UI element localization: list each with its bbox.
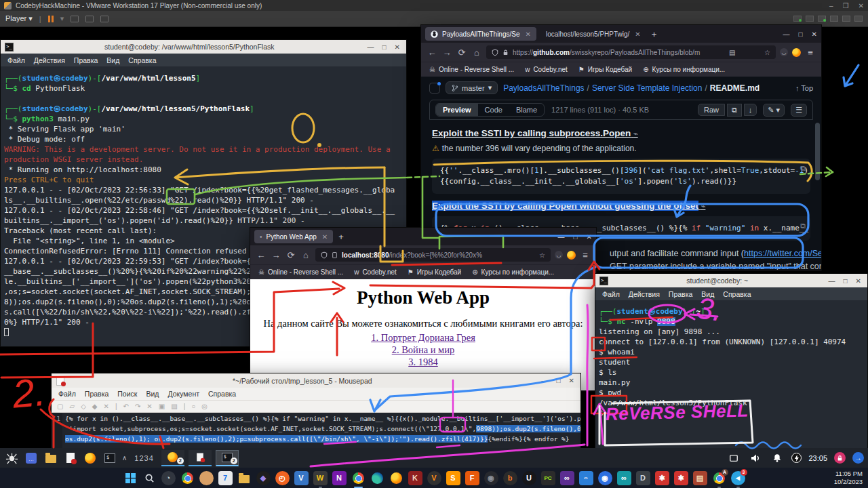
win-taskbar-chrome[interactable] <box>351 471 366 485</box>
terminal-window-netcat[interactable]: >_ student@codeby: ~ — □ ✕ ФайлДействияП… <box>595 273 868 449</box>
taskbar-window-firefox[interactable]: 2 <box>161 450 184 466</box>
win-taskbar-vmware[interactable]: W <box>313 471 328 485</box>
tab-close-icon[interactable]: ✕ <box>322 233 328 241</box>
copy-code-icon[interactable]: ⧉ <box>800 163 806 174</box>
win-taskbar-virtualbox[interactable]: V <box>294 471 309 485</box>
vmware-player-menu[interactable]: Player ▾ <box>5 14 33 23</box>
terminal2-titlebar[interactable]: >_ student@codeby: ~ — □ ✕ <box>595 274 867 287</box>
home-icon[interactable]: ⌂ <box>471 47 482 58</box>
win-taskbar-red-gear-1[interactable]: ✱ <box>655 471 669 485</box>
window-list-icon[interactable] <box>726 451 741 466</box>
find-replace-icon[interactable]: ◎ <box>201 403 208 410</box>
vmware-maximize-button[interactable]: ❒ <box>843 2 849 9</box>
menu-item-Правка[interactable]: Правка <box>85 390 108 398</box>
win-taskbar-red-app[interactable]: K <box>408 471 422 485</box>
copy-file-icon[interactable]: ⧉ <box>727 104 742 117</box>
tab-close-icon[interactable]: ✕ <box>526 30 531 38</box>
minimize-button[interactable]: — <box>542 377 549 384</box>
reload-icon[interactable]: ⟳ <box>456 47 467 58</box>
tab-close-icon[interactable]: ✕ <box>635 30 640 38</box>
terminal2-output[interactable]: ┌──(student㉿codeby)-[~]└─$ nc -nvlp 9898… <box>595 300 867 419</box>
file-manager-icon[interactable] <box>43 451 58 466</box>
taskbar-window-terminal[interactable]: $2 <box>216 450 239 466</box>
save-as-icon[interactable]: ◆ <box>92 403 98 410</box>
extension-fox-icon[interactable] <box>567 251 576 260</box>
win-taskbar-search[interactable] <box>142 471 157 485</box>
menu-item-Правка[interactable]: Правка <box>74 56 98 64</box>
menu-item-Вид[interactable]: Вид <box>106 56 119 64</box>
maximize-button[interactable]: □ <box>382 43 387 51</box>
win-taskbar-camera[interactable]: ◉ <box>484 471 498 485</box>
win-taskbar-color-wheel[interactable] <box>180 471 195 485</box>
fullscreen-icon[interactable] <box>85 16 94 22</box>
printer-device-icon[interactable] <box>854 16 863 22</box>
tab-localhost-phptwig[interactable]: localhost/lesson5/PHPTwig/✕ <box>540 27 646 41</box>
sound-device-icon[interactable] <box>842 16 850 22</box>
screen-lock-icon[interactable] <box>834 452 846 464</box>
workspace-switcher[interactable]: 1234 <box>134 454 153 462</box>
copy-code-icon[interactable]: ⧉ <box>800 221 806 232</box>
menu-item-Файл[interactable]: Файл <box>7 56 25 64</box>
open-icon[interactable]: ▱ <box>69 403 75 410</box>
close-button[interactable]: ✕ <box>569 377 574 384</box>
vmware-minimize-button[interactable]: – <box>829 2 833 9</box>
win-taskbar-calendar[interactable]: 7 <box>218 471 233 485</box>
vmware-close-button[interactable]: ✕ <box>859 2 864 9</box>
volume-icon[interactable] <box>748 451 763 466</box>
menu-item-Действия[interactable]: Действия <box>629 290 660 298</box>
code-block-1[interactable]: ⧉{{''.__class__.mro()[1].__subclasses__(… <box>432 159 810 194</box>
mousepad-text[interactable]: {% for x in ().__class__.__base__.__subc… <box>62 413 580 448</box>
outline-icon[interactable]: ☰ <box>791 104 807 117</box>
edit-pencil-icon[interactable]: ✎ ▾ <box>763 104 785 117</box>
menu-item-Файл[interactable]: Файл <box>58 390 76 398</box>
terminal-launcher-icon[interactable]: $ <box>102 451 117 466</box>
menu-item-Вид[interactable]: Вид <box>701 290 714 298</box>
vm-pause-dropdown[interactable]: ▾ <box>60 14 64 23</box>
win-taskbar-chrome-profile[interactable]: A <box>712 471 726 485</box>
url-bar[interactable]: https://github.com/swisskyrepo/PayloadsA… <box>486 45 776 59</box>
close-button[interactable]: ✕ <box>587 233 592 241</box>
win-taskbar-vscode[interactable]: ‹› <box>579 471 593 485</box>
view-tab-blame[interactable]: Blame <box>509 104 544 116</box>
back-icon[interactable]: ← <box>427 47 437 58</box>
cd-device-icon[interactable] <box>806 16 814 22</box>
whisker-menu-icon[interactable] <box>4 451 19 466</box>
book-link[interactable]: 2. Война и мир <box>250 344 596 356</box>
notifications-bell-icon[interactable] <box>770 451 785 466</box>
book-link[interactable]: 3. 1984 <box>250 356 596 368</box>
breadcrumb-folder-link[interactable]: Server Side Template Injection <box>592 83 703 93</box>
menu-item-Действия[interactable]: Действия <box>34 56 65 64</box>
anchor-link-icon[interactable]: ⌁ <box>633 129 638 138</box>
send-ctrl-alt-del-icon[interactable] <box>71 16 79 22</box>
menu-item-Правка[interactable]: Правка <box>669 290 692 298</box>
minimize-button[interactable]: — <box>558 233 565 241</box>
terminal1-titlebar[interactable]: >_ student@codeby: /var/www/html/lesson5… <box>1 40 406 54</box>
win-taskbar-blender[interactable]: b <box>503 471 517 485</box>
win-taskbar-f-app[interactable]: F <box>465 471 479 485</box>
minimize-button[interactable]: — <box>368 43 374 51</box>
menu-hamburger-icon[interactable]: ≡ <box>580 250 591 260</box>
win-taskbar-onenote[interactable]: N <box>332 471 347 485</box>
bookmark-item[interactable]: wCodeby.net <box>525 66 568 73</box>
tab-python-web-app[interactable]: • Python Web App✕ <box>254 230 333 243</box>
reload-icon[interactable]: ⟳ <box>285 250 296 260</box>
back-icon[interactable]: ← <box>256 250 267 260</box>
taskbar-window-mousepad[interactable] <box>189 450 212 466</box>
bookmark-item[interactable]: ☠Online - Reverse Shell ... <box>429 66 514 73</box>
bookmark-star-icon[interactable]: ☆ <box>539 251 545 259</box>
anchor-link-icon[interactable]: ⌁ <box>701 202 706 210</box>
menu-item-Справка[interactable]: Справка <box>128 56 156 64</box>
win-taskbar-firefox[interactable] <box>389 471 403 485</box>
mousepad-window[interactable]: *~/Рабочий стол/tmp_lesson_5 - Mousepad … <box>51 373 581 449</box>
scrollbar-thumb[interactable] <box>815 123 820 180</box>
menu-item-Справка[interactable]: Справка <box>723 290 751 298</box>
bookmark-item[interactable]: ⚑Игры Кодебай <box>408 268 461 276</box>
reader-mode-icon[interactable]: ▤ <box>729 49 735 56</box>
bookmark-item[interactable]: ⚑Игры Кодебай <box>578 66 632 73</box>
vm-pause-button[interactable] <box>48 16 54 22</box>
launcher-expand-icon[interactable]: ∧ <box>122 454 127 462</box>
menu-item-Вид[interactable]: Вид <box>146 390 159 398</box>
win-taskbar-gauge[interactable]: ◔ <box>161 471 176 485</box>
win-taskbar-start[interactable] <box>123 471 138 485</box>
win-taskbar-toolbox[interactable]: ▤ <box>693 471 707 485</box>
